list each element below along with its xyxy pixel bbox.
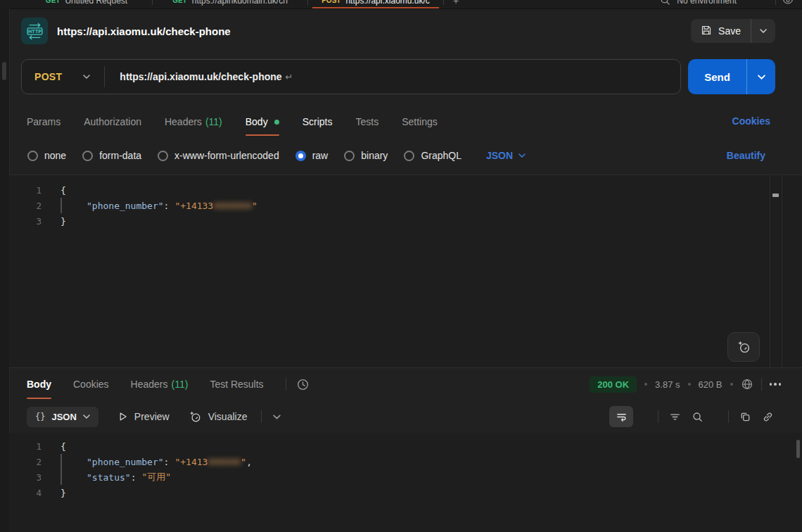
tab-settings[interactable]: Settings <box>402 116 438 138</box>
send-button[interactable]: Send <box>688 59 746 94</box>
response-format-dropdown[interactable]: {} JSON <box>27 407 98 427</box>
save-button-group: Save <box>691 19 775 43</box>
copy-icon[interactable] <box>739 411 751 423</box>
response-tab-headers[interactable]: Headers(11) <box>131 368 189 400</box>
app-window: GET Untitled Request GET https://apinkdo… <box>0 0 802 532</box>
option-raw[interactable]: raw <box>295 150 329 161</box>
dot-separator <box>688 383 691 386</box>
method-selected: POST <box>34 71 62 82</box>
send-options-button[interactable] <box>747 59 775 94</box>
status-badge[interactable]: 200 OK <box>590 376 637 393</box>
language-dropdown[interactable]: JSON <box>486 150 526 161</box>
request-tabs: Params Authorization Headers(11) Body Sc… <box>9 100 802 138</box>
method-dropdown[interactable]: POST <box>22 71 104 82</box>
beautify-link[interactable]: Beautify <box>727 150 765 161</box>
save-button-label: Save <box>718 25 741 37</box>
chevron-down-icon <box>518 153 526 158</box>
request-tab-active[interactable]: POST https://api.xiaomu.uk/c <box>308 0 443 8</box>
radio-icon <box>404 151 414 161</box>
request-tab-get[interactable]: GET https://apinkdomain.uk/ch <box>153 0 307 8</box>
response-tab-test-results[interactable]: Test Results <box>210 368 263 400</box>
history-icon[interactable] <box>296 378 310 391</box>
code-line: 4 } <box>9 485 802 500</box>
cookies-link[interactable]: Cookies <box>732 115 770 127</box>
play-icon <box>117 411 128 422</box>
preview-button[interactable]: Preview <box>117 411 170 422</box>
body-modified-dot <box>274 120 279 125</box>
json-braces-icon: {} <box>35 412 45 422</box>
more-views-button[interactable] <box>273 414 281 419</box>
wrap-text-icon <box>616 411 628 423</box>
scrollbar-thumb[interactable] <box>772 194 779 197</box>
option-graphql[interactable]: GraphQL <box>404 150 462 161</box>
scrollbar-thumb[interactable] <box>796 440 800 458</box>
dot-separator <box>644 383 647 386</box>
body-type-options: none form-data x-www-form-urlencoded raw… <box>9 138 802 173</box>
request-header: HTTP https://api.xiaomu.uk/check-phone S… <box>9 8 802 53</box>
url-row: POST https://api.xiaomu.uk/check-phone↵ … <box>9 53 802 100</box>
response-time[interactable]: 3.87 s <box>655 379 680 390</box>
chevron-down-icon <box>83 75 90 79</box>
option-form-data[interactable]: form-data <box>82 150 141 161</box>
method-badge: GET <box>172 0 187 4</box>
line-number: 3 <box>9 216 61 227</box>
code-line: 1 { <box>9 438 802 454</box>
headers-count: (11) <box>172 379 189 390</box>
response-body-editor[interactable]: 1 { 2 "phone_number":"+1413000000", 3 "s… <box>9 433 802 532</box>
editor-scrollbar[interactable] <box>770 175 782 367</box>
option-binary[interactable]: binary <box>344 150 388 161</box>
url-input[interactable]: https://api.xiaomu.uk/check-phone↵ <box>105 71 293 82</box>
send-button-group: Send <box>688 59 775 94</box>
response-tab-cookies[interactable]: Cookies <box>73 368 109 400</box>
line-number: 3 <box>9 472 61 483</box>
redacted-phone-digits: 0000000 <box>213 201 252 211</box>
radio-icon <box>82 151 93 161</box>
environment-selector[interactable]: No environment <box>677 0 737 6</box>
tab-headers[interactable]: Headers(11) <box>165 116 222 138</box>
sparkle-circle-icon <box>737 340 751 355</box>
request-tab-untitled[interactable]: GET Untitled Request <box>21 0 152 8</box>
response-size[interactable]: 620 B <box>699 379 723 390</box>
line-number: 1 <box>9 185 61 196</box>
tab-params[interactable]: Params <box>27 116 61 138</box>
tab-authorization[interactable]: Authorization <box>84 116 141 138</box>
collapsed-sidebar-rail[interactable] <box>0 8 10 532</box>
option-urlencoded[interactable]: x-www-form-urlencoded <box>158 150 279 161</box>
topbar-divider <box>775 0 776 5</box>
environment-quick-look-eye-icon[interactable] <box>782 0 794 6</box>
meta-divider <box>761 378 762 391</box>
postbot-button[interactable] <box>727 332 760 362</box>
line-number: 4 <box>9 488 61 498</box>
response-tab-bar: Body Cookies Headers(11) Test Results 20… <box>9 368 802 400</box>
new-tab-button[interactable]: + <box>444 0 468 6</box>
line-number: 2 <box>9 201 61 211</box>
save-button[interactable]: Save <box>691 19 751 43</box>
toolbar-divider <box>261 410 262 423</box>
filter-icon[interactable] <box>669 411 681 423</box>
wrap-text-button[interactable] <box>609 406 633 427</box>
tab-scripts[interactable]: Scripts <box>303 116 333 138</box>
tab-label: https://api.xiaomu.uk/c <box>345 0 429 6</box>
option-none[interactable]: none <box>27 150 66 161</box>
svg-text:HTTP: HTTP <box>28 28 42 34</box>
search-icon[interactable] <box>660 0 670 6</box>
sidebar-handle[interactable] <box>2 62 6 80</box>
response-meta: 200 OK 3.87 s 620 B <box>590 376 802 393</box>
tab-body[interactable]: Body <box>246 116 279 138</box>
toolbar-divider <box>658 410 658 423</box>
tab-tests[interactable]: Tests <box>355 116 378 138</box>
request-body-editor[interactable]: 1 { 2 "phone_number":"+141330000000" 3 } <box>9 175 802 367</box>
radio-icon <box>158 151 168 161</box>
tab-label: Untitled Request <box>65 0 127 6</box>
link-icon[interactable] <box>762 411 774 423</box>
save-options-button[interactable] <box>751 19 775 43</box>
network-globe-icon[interactable] <box>741 378 753 391</box>
sparkle-circle-icon <box>189 410 202 424</box>
visualize-button[interactable]: Visualize <box>189 410 248 424</box>
headers-count: (11) <box>205 116 222 127</box>
response-tab-body[interactable]: Body <box>27 368 51 400</box>
search-icon[interactable] <box>692 411 704 423</box>
toolbar-divider <box>286 378 286 391</box>
more-options-icon[interactable] <box>770 383 782 386</box>
http-request-icon: HTTP <box>21 18 48 44</box>
